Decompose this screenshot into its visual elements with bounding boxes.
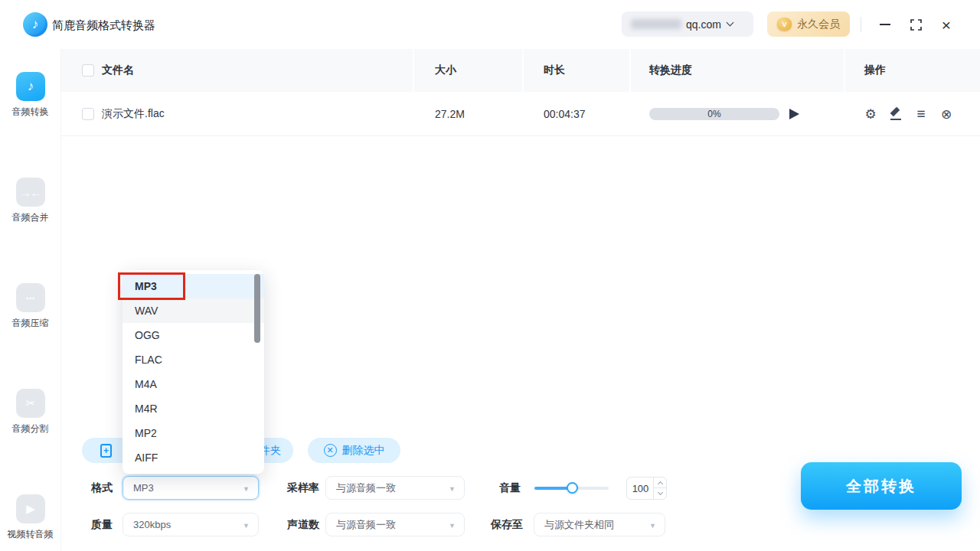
format-option[interactable]: M4R: [122, 396, 264, 421]
format-label: 格式: [91, 481, 113, 495]
sidebar-item[interactable]: ··· 音频压缩: [12, 283, 49, 330]
format-option[interactable]: M4A: [122, 372, 264, 396]
member-badge[interactable]: V 永久会员: [767, 11, 850, 37]
maximize-button[interactable]: [903, 0, 929, 49]
format-select[interactable]: MP3 ▼: [122, 476, 259, 500]
format-option-label: M4R: [135, 403, 158, 415]
column-divider: [522, 49, 524, 92]
volume-slider[interactable]: [534, 487, 609, 490]
app-title: 简鹿音频格式转换器: [52, 18, 155, 33]
settings-gear-icon[interactable]: ⚙: [864, 107, 877, 121]
sidebar-item-icon: ♪: [16, 72, 45, 101]
format-option[interactable]: FLAC: [122, 347, 264, 372]
caret-down-icon: ▼: [449, 485, 456, 493]
volume-value: 100: [627, 478, 654, 499]
format-option-label: OGG: [135, 329, 160, 341]
header-filename: 文件名: [102, 49, 134, 92]
progress-label: 0%: [707, 109, 720, 119]
chevron-down-icon: [726, 19, 733, 27]
sample-rate-select[interactable]: 与源音频一致 ▼: [325, 476, 465, 500]
sidebar-item-icon: →←: [16, 178, 45, 207]
sidebar-item[interactable]: ✂ 音频分割: [12, 389, 49, 435]
format-option[interactable]: OGG: [122, 323, 264, 347]
file-size: 27.2M: [435, 92, 465, 136]
format-option[interactable]: AIFF: [122, 445, 264, 470]
sidebar-item[interactable]: →← 音频合并: [12, 178, 49, 224]
format-option-label: M4A: [135, 378, 157, 390]
convert-all-button[interactable]: 全部转换: [801, 462, 962, 510]
sidebar-item-icon: ···: [16, 283, 45, 312]
member-badge-label: 永久会员: [797, 18, 840, 31]
sidebar-item-icon: ▶: [16, 494, 45, 523]
header-progress: 转换进度: [649, 49, 692, 92]
channels-select[interactable]: 与源音频一致 ▼: [325, 513, 465, 536]
save-to-value: 与源文件夹相同: [544, 518, 614, 532]
volume-spinner: [653, 478, 666, 499]
app-window: ♪ 简鹿音频格式转换器 qq.com V 永久会员 × ♪: [0, 0, 980, 551]
caret-down-icon: ▼: [243, 485, 250, 493]
sidebar: ♪ 音频转换 →← 音频合并 ··· 音频压缩 ✂ 音频分割 ▶ 视频转音频: [0, 49, 61, 551]
sidebar-item-label: 音频压缩: [12, 317, 49, 330]
volume-input[interactable]: 100: [626, 477, 667, 500]
close-button[interactable]: ×: [933, 0, 959, 49]
file-name: 演示文件.flac: [102, 92, 165, 136]
sidebar-item[interactable]: ♪ 音频转换: [12, 72, 49, 119]
column-divider: [629, 49, 631, 92]
info-list-icon[interactable]: ≡: [914, 107, 928, 121]
caret-down-icon: ▼: [649, 522, 656, 530]
channels-value: 与源音频一致: [336, 518, 396, 532]
format-option[interactable]: MP2: [122, 421, 264, 445]
header-actions: 操作: [864, 49, 886, 92]
column-divider: [844, 49, 845, 92]
delete-selected-button[interactable]: ✕ 删除选中: [308, 438, 400, 463]
format-option[interactable]: WAV: [122, 298, 264, 323]
delete-circle-x-icon: ✕: [324, 444, 337, 457]
account-domain: qq.com: [686, 18, 721, 31]
spinner-up-button[interactable]: [654, 478, 666, 488]
format-option-label: MP3: [135, 280, 157, 292]
progress-bar: 0%: [649, 108, 779, 120]
edit-pencil-icon[interactable]: [889, 107, 903, 121]
format-options: MP3 WAV OGG FLAC M4A M4R: [122, 274, 264, 470]
table-header: 文件名 大小 时长 转换进度 操作: [61, 49, 980, 92]
close-icon: ×: [942, 17, 951, 33]
volume-slider-handle[interactable]: [567, 482, 578, 494]
spinner-down-button[interactable]: [654, 488, 666, 499]
dropdown-scrollbar[interactable]: [254, 274, 260, 343]
sidebar-item[interactable]: ▶ 视频转音频: [8, 494, 54, 541]
format-option-label: WAV: [135, 305, 158, 317]
sidebar-item-label: 音频分割: [12, 422, 49, 435]
format-value: MP3: [133, 482, 154, 494]
quality-label: 质量: [91, 518, 113, 532]
quality-value: 320kbps: [133, 519, 171, 530]
caret-down-icon: ▼: [449, 522, 456, 530]
play-button[interactable]: [789, 109, 799, 119]
format-dropdown-list: MP3 WAV OGG FLAC M4A M4R: [122, 270, 264, 474]
app-logo-icon: ♪: [23, 12, 47, 37]
row-actions: ⚙ ≡ ⊗: [864, 92, 953, 136]
format-option-label: AIFF: [135, 452, 158, 464]
vip-letter: V: [782, 21, 786, 28]
sidebar-item-label: 视频转音频: [8, 528, 54, 541]
save-to-label: 保存至: [491, 518, 523, 532]
sidebar-item-label: 音频合并: [12, 211, 49, 224]
format-option[interactable]: MP3: [122, 274, 264, 298]
sample-rate-label: 采样率: [287, 481, 319, 495]
header-duration: 时长: [544, 49, 565, 92]
titlebar-divider: [861, 17, 861, 32]
titlebar: ♪ 简鹿音频格式转换器 qq.com V 永久会员 ×: [0, 0, 980, 49]
select-all-checkbox[interactable]: [82, 64, 94, 77]
plus-glyph: +: [103, 445, 109, 456]
remove-file-icon[interactable]: ⊗: [939, 107, 953, 121]
save-to-select[interactable]: 与源文件夹相同 ▼: [534, 513, 665, 536]
row-checkbox[interactable]: [82, 108, 94, 120]
quality-select[interactable]: 320kbps ▼: [122, 513, 259, 536]
minimize-button[interactable]: [872, 0, 898, 49]
sample-rate-value: 与源音频一致: [336, 481, 396, 495]
add-file-icon: +: [100, 444, 112, 458]
convert-all-label: 全部转换: [846, 476, 916, 497]
x-glyph: ✕: [326, 446, 333, 455]
table-row: 演示文件.flac 27.2M 00:04:37 0% ⚙ ≡ ⊗: [61, 92, 980, 136]
file-duration: 00:04:37: [544, 92, 586, 136]
account-dropdown[interactable]: qq.com: [622, 11, 753, 37]
